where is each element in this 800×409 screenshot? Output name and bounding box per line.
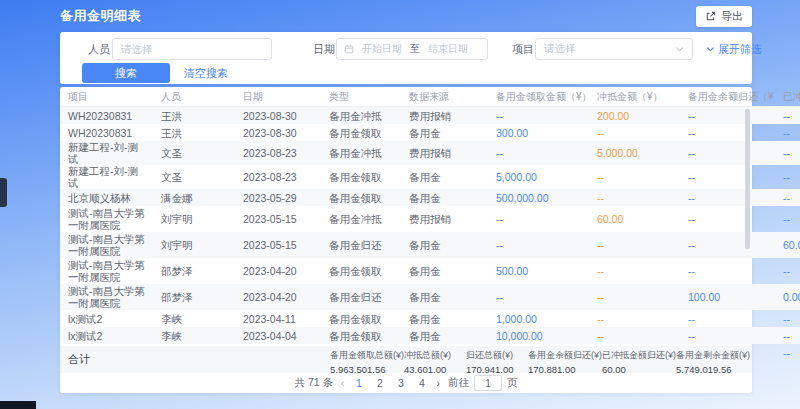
vertical-scrollbar[interactable] [745,109,750,249]
goto-suffix-label: 页 [507,376,518,390]
table-panel: 项目人员日期类型数据来源备用金领取金额（¥）冲抵金额（¥）备用金余额归还（¥）已… [60,87,752,393]
column-header: 已冲抵金额归还（¥） [775,87,800,107]
table-cell: 2023-04-20 [235,284,321,310]
table-cell: 0.00 [775,284,800,310]
table-row: 新建工程-刘-测试文圣2023-08-23备用金领取备用金5,000.00---… [60,165,800,189]
column-header: 项目 [60,87,153,107]
table-cell: 文圣 [153,165,235,189]
table-cell: -- [589,189,680,206]
date-range-picker[interactable]: 开始日期 至 结束日期 [336,38,488,60]
project-select[interactable]: 请选择 [535,38,693,60]
page-number-1[interactable]: 1 [353,377,366,389]
table-cell: 10,000.00 [488,327,589,344]
total-item: 冲抵总额(¥)43,601.00 [404,349,466,375]
next-page-button[interactable]: › [437,377,441,389]
table-cell: 2023-08-23 [235,141,321,165]
app-background: 备用金明细表 导出 人员 日期 开始日期 至 结束日期 项目 请选 [0,0,800,409]
page-number-4[interactable]: 4 [416,377,429,389]
table-cell: 1,000.00 [488,310,589,327]
table-cell: -- [488,141,589,165]
total-item-label: 备用金领取总额(¥) [330,349,404,362]
table-cell: 费用报销 [401,206,488,232]
table-cell: -- [680,107,775,125]
page-number-2[interactable]: 2 [374,377,387,389]
table-cell: 测试-南昌大学第一附属医院 [60,232,153,258]
table-cell: 2023-04-20 [235,258,321,284]
filter-panel: 人员 日期 开始日期 至 结束日期 项目 请选择 展开筛选 [60,32,752,84]
total-item: 备用金剩余金额(¥)5,749,019.56 [676,349,750,375]
prev-page-button[interactable]: ‹ [341,377,345,389]
table-cell: 备用金领取 [321,189,401,206]
table-row: WH20230831王洪2023-08-30备用金领取备用金300.00----… [60,124,800,141]
total-item: 备用金领取总额(¥)5,963,501.56 [330,349,404,375]
table-cell: 备用金 [401,165,488,189]
detail-table: 项目人员日期类型数据来源备用金领取金额（¥）冲抵金额（¥）备用金余额归还（¥）已… [60,87,800,361]
total-item-label: 备用金剩余金额(¥) [676,349,750,362]
table-row: 测试-南昌大学第一附属医院邵梦泽2023-04-20备用金领取备用金500.00… [60,258,800,284]
total-item-label: 备用金余额归还(¥) [528,349,602,362]
table-cell: -- [589,310,680,327]
total-item-label: 已冲抵金额归还(¥) [602,349,676,362]
table-cell: -- [775,124,800,141]
totals-label: 合计 [68,346,90,373]
pagination-bar: 共 71 条 ‹ 1234 › 前往 页 [60,373,752,393]
table-cell: 5,000.00 [589,141,680,165]
table-cell: 5,000.00 [488,165,589,189]
table-cell: -- [589,124,680,141]
page-number-3[interactable]: 3 [395,377,408,389]
table-cell: 文圣 [153,141,235,165]
project-label: 项目 [512,38,534,60]
date-label: 日期 [313,38,335,60]
table-cell: -- [775,206,800,232]
column-header: 类型 [321,87,401,107]
table-cell: 2023-08-30 [235,107,321,125]
pagination-total-text: 共 71 条 [294,376,333,390]
totals-row: 合计 备用金领取总额(¥)5,963,501.56冲抵总额(¥)43,601.0… [60,346,752,373]
clear-search-link[interactable]: 清空搜索 [184,63,228,83]
total-item: 已冲抵金额归还(¥)60.00 [602,349,676,375]
table-cell: 备用金冲抵 [321,141,401,165]
table-cell: -- [775,165,800,189]
table-cell: -- [680,327,775,344]
table-row: WH20230831王洪2023-08-30备用金冲抵费用报销--200.00-… [60,107,800,125]
goto-page-control: 前往 页 [448,375,518,391]
table-cell: -- [589,232,680,258]
expand-filters-label: 展开筛选 [718,42,762,57]
person-select-input[interactable] [112,38,272,60]
table-cell: 新建工程-刘-测试 [60,165,153,189]
table-cell: -- [680,124,775,141]
table-cell: lx测试2 [60,327,153,344]
calendar-icon [344,44,354,54]
export-button[interactable]: 导出 [696,6,752,27]
table-cell: 备用金 [401,284,488,310]
table-cell: WH20230831 [60,107,153,125]
table-cell: 备用金 [401,327,488,344]
table-cell: 北京顺义杨林 [60,189,153,206]
table-cell: 满金娜 [153,189,235,206]
date-start-placeholder: 开始日期 [362,42,402,56]
total-item-label: 归还总额(¥) [466,349,528,362]
table-cell: 2023-05-15 [235,206,321,232]
table-cell: -- [775,327,800,344]
date-range-separator: 至 [410,42,420,56]
table-cell: lx测试2 [60,310,153,327]
table-cell: -- [488,284,589,310]
table-cell: 100.00 [680,284,775,310]
table-cell: 备用金冲抵 [321,107,401,125]
chevron-down-icon [706,45,715,53]
sidebar-collapse-handle[interactable] [0,178,7,207]
table-cell: 备用金归还 [321,232,401,258]
table-cell: 备用金领取 [321,258,401,284]
table-cell: 刘宇明 [153,232,235,258]
table-cell: -- [680,258,775,284]
goto-page-input[interactable] [474,375,502,391]
person-label: 人员 [88,38,110,60]
table-cell: 备用金领取 [321,124,401,141]
table-cell: -- [488,232,589,258]
table-cell: -- [775,258,800,284]
search-button[interactable]: 搜索 [82,63,170,83]
table-cell: 李峡 [153,310,235,327]
column-header: 日期 [235,87,321,107]
expand-filters-link[interactable]: 展开筛选 [706,38,762,60]
table-cell: 2023-08-30 [235,124,321,141]
